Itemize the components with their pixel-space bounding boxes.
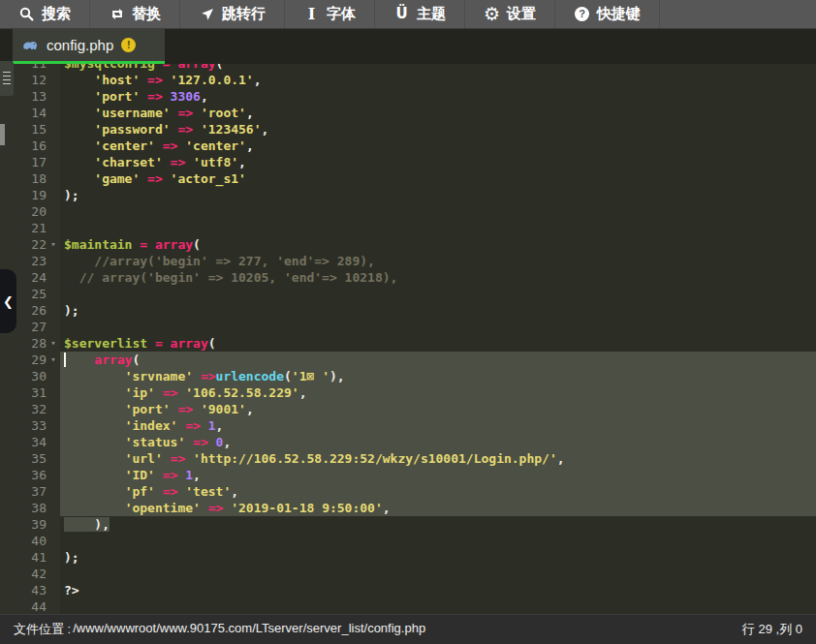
code-line[interactable]: 36 'ID' => 1,	[0, 467, 816, 483]
code-line[interactable]: 23 //array('begin' => 277, 'end'=> 289),	[0, 253, 816, 269]
code-text	[60, 220, 816, 236]
code-line[interactable]: 14 'username' => 'root',	[0, 105, 816, 121]
code-token: '106.52.58.229'	[185, 385, 298, 400]
code-token	[64, 435, 125, 449]
code-line[interactable]: 39 ),	[0, 516, 816, 533]
line-number[interactable]: 16	[0, 138, 47, 154]
line-number[interactable]: 22	[0, 236, 47, 253]
fold-icon[interactable]: ▾	[47, 236, 60, 253]
code-line[interactable]: 29▾ array(	[0, 352, 816, 368]
line-number[interactable]: 29	[0, 352, 47, 368]
code-line[interactable]: 31 'ip' => '106.52.58.229',	[0, 384, 816, 401]
line-number[interactable]: 35	[0, 450, 47, 467]
line-number[interactable]: 39	[0, 516, 47, 533]
line-number[interactable]: 18	[0, 170, 47, 187]
line-number[interactable]: 41	[0, 549, 47, 566]
code-line[interactable]: 17 'charset' => 'utf8',	[0, 154, 816, 170]
code-token: (	[284, 369, 292, 383]
code-line[interactable]: 34 'status' => 0,	[0, 434, 816, 450]
toolbar-item-gotoline[interactable]: 跳转行	[180, 0, 285, 28]
code-line[interactable]: 13 'port' => 3306,	[0, 88, 816, 105]
line-number[interactable]: 14	[0, 105, 47, 121]
code-line[interactable]: 12 'host' => '127.0.0.1',	[0, 72, 816, 88]
code-line[interactable]: 41);	[0, 549, 816, 566]
code-token	[193, 122, 201, 137]
code-text: 'username' => 'root',	[60, 105, 816, 121]
code-line[interactable]: 33 'index' => 1,	[0, 417, 816, 434]
code-line[interactable]: 20	[0, 203, 816, 220]
code-editor[interactable]: 11$mysqlconfig = array(12 'host' => '127…	[0, 28, 816, 614]
code-token: 'utf8'	[193, 155, 238, 169]
code-token: =>	[177, 402, 193, 416]
toolbar-item-theme[interactable]: Ü主题	[375, 0, 465, 28]
line-number[interactable]: 20	[0, 203, 47, 220]
line-number[interactable]: 40	[0, 533, 47, 549]
code-line[interactable]: 38 'opentime' => '2019-01-18 9:50:00',	[0, 500, 816, 516]
fold-slot	[47, 319, 60, 335]
code-line[interactable]: 37 'pf' => 'test',	[0, 483, 816, 500]
code-token: array	[171, 336, 208, 351]
line-number[interactable]: 36	[0, 467, 47, 483]
line-number[interactable]: 37	[0, 483, 47, 500]
code-line[interactable]: 28▾$serverlist = array(	[0, 335, 816, 352]
code-token	[163, 336, 171, 351]
line-number[interactable]: 15	[0, 121, 47, 138]
code-line[interactable]: 42	[0, 566, 816, 582]
code-line[interactable]: 21	[0, 220, 816, 236]
code-line[interactable]: 26);	[0, 302, 816, 319]
code-token	[201, 418, 208, 433]
code-line[interactable]: 25	[0, 286, 816, 302]
code-line[interactable]: 22▾$maintain = array(	[0, 236, 816, 253]
line-number[interactable]: 32	[0, 401, 47, 417]
toolbar-item-search[interactable]: 搜索	[0, 0, 90, 28]
line-number[interactable]: 31	[0, 384, 47, 401]
code-token	[64, 254, 94, 268]
line-number[interactable]: 30	[0, 368, 47, 384]
line-number[interactable]: 38	[0, 500, 47, 516]
line-number[interactable]: 21	[0, 220, 47, 236]
code-line[interactable]: 44	[0, 598, 816, 614]
code-token: 'pf'	[125, 484, 155, 499]
line-number[interactable]: 43	[0, 582, 47, 598]
fold-icon[interactable]: ▾	[47, 352, 60, 368]
code-token: //array('begin' => 277, 'end'=> 289),	[94, 254, 375, 268]
code-token	[64, 89, 94, 104]
line-number[interactable]: 28	[0, 335, 47, 352]
code-line[interactable]: 27	[0, 319, 816, 335]
code-line[interactable]: 18 'game' => 'actor_s1'	[0, 170, 816, 187]
code-line[interactable]: 30 'srvname' =>urlencode('1⊠ '),	[0, 368, 816, 384]
code-token: 'index'	[125, 418, 178, 433]
chevron-left-icon: ❮	[3, 294, 14, 309]
toolbar-item-replace[interactable]: 替换	[90, 0, 180, 28]
code-token: );	[64, 188, 79, 202]
tab-config-php[interactable]: config.php !	[13, 28, 165, 64]
toolbar-item-settings[interactable]: ⚙设置	[465, 0, 555, 28]
line-number[interactable]: 17	[0, 154, 47, 170]
search-icon	[18, 6, 35, 22]
scroll-indicator	[0, 124, 5, 145]
line-number[interactable]: 33	[0, 417, 47, 434]
file-tree-tab[interactable]	[0, 61, 14, 96]
code-token	[64, 369, 125, 383]
line-number[interactable]: 34	[0, 434, 47, 450]
toolbar-item-font[interactable]: I字体	[285, 0, 375, 28]
fold-slot	[47, 417, 60, 434]
code-line[interactable]: 19);	[0, 187, 816, 203]
line-number[interactable]: 19	[0, 187, 47, 203]
code-line[interactable]: 16 'center' => 'center',	[0, 138, 816, 154]
line-number[interactable]: 44	[0, 598, 47, 614]
code-line[interactable]: 15 'password' => '123456',	[0, 121, 816, 138]
code-token	[185, 155, 193, 169]
code-line[interactable]: 24 // array('begin' => 10205, 'end'=> 10…	[0, 269, 816, 286]
code-line[interactable]: 32 'port' => '9001',	[0, 401, 816, 417]
line-number[interactable]: 42	[0, 566, 47, 582]
line-number[interactable]: 23	[0, 253, 47, 269]
sidebar-collapse-handle[interactable]: ❮	[0, 269, 16, 333]
code-token: =	[155, 336, 163, 351]
toolbar-item-hotkeys[interactable]: ?快捷键	[555, 0, 660, 28]
fold-icon[interactable]: ▾	[47, 335, 60, 352]
code-line[interactable]: 35 'url' => 'http://106.52.58.229:52/wkz…	[0, 450, 816, 467]
code-text	[60, 319, 816, 335]
code-line[interactable]: 40	[0, 533, 816, 549]
code-line[interactable]: 43?>	[0, 582, 816, 598]
